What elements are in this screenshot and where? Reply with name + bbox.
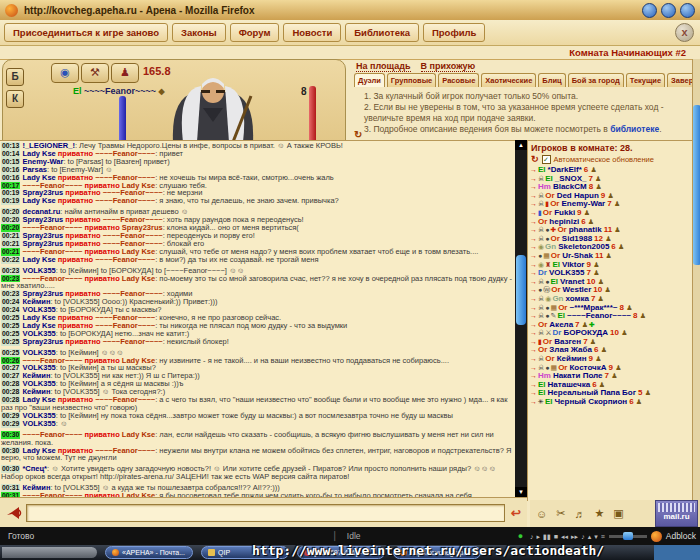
tab-Дуэли[interactable]: Дуэли [354,73,385,87]
chat-nick[interactable]: Lady Kse [22,255,55,264]
toolbar-button-2[interactable]: Форум [230,23,280,42]
chat-partner[interactable]: ~~~~Feanor~~~~ [103,337,163,346]
banner-button-1[interactable]: К [6,90,24,108]
chat-partner[interactable]: ~~~~Feanor~~~~ [95,255,155,264]
dot-dark-icon: ● [545,226,549,235]
auto-refresh-checkbox[interactable]: ✓ [542,155,551,164]
save-icon[interactable]: ▣ [613,507,623,520]
chat-input-row: ↩ [0,497,527,528]
arrow-right-icon: → [530,304,537,313]
minimize-button[interactable] [642,3,657,18]
chat-partner[interactable]: Lady Kse [122,274,155,283]
chat-nick[interactable]: VOLK355 [22,419,55,428]
next-icon[interactable]: ▸▸ [571,533,578,540]
close-button[interactable] [680,3,695,18]
slider-thumb[interactable] [623,532,633,540]
medal-icon: ◉ [538,243,544,252]
message-text: : я знаю, что ты делаешь, не знаю зачем.… [155,196,339,205]
character-name-row[interactable]: El ~~~~Feanor~~~~ ◆ [73,86,165,96]
library-link[interactable]: библиотеке [610,124,659,134]
toolbar-button-4[interactable]: Библиотека [345,23,419,42]
hammers-icon[interactable]: ⚒ [81,63,109,83]
chat-nick[interactable]: Lady Kse [22,196,55,205]
chat-partner[interactable]: ~~~~Feanor~~~~ [95,196,155,205]
volume-slider[interactable] [609,535,647,538]
refresh-icon[interactable]: ↻ [354,129,362,140]
down-icon[interactable]: ▾ [594,533,598,540]
tab-Расовые[interactable]: Расовые [438,73,479,87]
room-name: Комната Начинающих #2 [569,47,686,58]
player-row[interactable]: →☠⚔DrБОРОКУДА10 ♟ [528,329,693,338]
chat-partner[interactable]: Lady Kse [122,430,155,439]
nav-link-0[interactable]: На площадь [356,61,411,72]
note2-icon[interactable]: ♪ [581,533,585,540]
horn-icon[interactable] [6,506,22,520]
prev-icon[interactable]: ◂◂ [561,533,568,540]
scroll-down-icon[interactable]: ▼ [515,487,527,497]
statue-icon[interactable]: ♟ [111,63,139,83]
scroll-up-icon[interactable]: ▲ [515,140,527,150]
pause-icon[interactable]: ▮▮ [543,533,551,540]
adblock-label[interactable]: Adblock [666,531,696,541]
nav-link-1[interactable]: В прихожую [421,61,476,72]
stop-icon[interactable]: ■ [554,533,558,540]
timestamp: 00:29 [1,420,20,428]
refresh-icon[interactable]: ↻ [531,154,539,164]
timestamp: 00:20 [1,224,20,232]
star-icon[interactable]: ★ [594,507,604,520]
player-level: 11 [595,251,603,260]
browser-window: http://kovcheg.apeha.ru - Арена - Mozill… [0,0,700,560]
taskbar-button[interactable]: «АРЕНА» - Почта... [105,546,193,559]
firefox-icon[interactable] [651,531,662,542]
dot-dark-icon: ● [538,252,542,261]
player-row[interactable]: →✳ElЧерный Скорпион6 ♟ [528,398,693,407]
toolbar-button-0[interactable]: Присоединиться к игре заново [4,23,168,42]
status-text: Готово [8,531,34,541]
medal-icon: ◉ [545,295,551,304]
sound-mute-icon[interactable]: ♬ [574,508,585,520]
tab-Бой за город[interactable]: Бой за город [568,73,624,87]
chat-message: 00:30*Спец*: ☺ Хотите увидеть одну загад… [0,465,515,481]
character-name[interactable]: ~~~~Feanor~~~~ [84,86,156,96]
tab-Хаотические[interactable]: Хаотические [481,73,536,87]
scissors-icon[interactable]: ✂ [556,507,565,520]
player-name[interactable]: ~~~~Feanor~~~~ [567,311,631,320]
restore-button[interactable] [661,3,676,18]
up-icon[interactable]: ▴ [588,533,592,540]
playlist-icon[interactable]: ≡ [601,533,605,540]
mailru-counter[interactable]: mail.ru [655,500,698,527]
start-button[interactable] [2,547,97,558]
tab-Групповые[interactable]: Групповые [387,73,436,87]
play-icon[interactable]: ▸ [537,533,541,540]
battle-tabs: ДуэлиГрупповыеРасовыеХаотическиеБлицБой … [348,73,690,87]
note-icon[interactable]: ♪ [530,533,534,540]
banner-button-0[interactable]: Б [6,68,24,86]
player-name[interactable]: Черный Скорпион [554,397,627,406]
chat-scroll-thumb[interactable] [516,255,526,325]
eye-icon[interactable]: ◉ [51,63,79,83]
smiley-icon[interactable]: ☺ [536,508,547,520]
reply-icon[interactable]: ↩ [511,506,521,520]
timestamp: 00:28 [1,380,20,388]
sidebar-scroll-thumb[interactable] [693,105,700,265]
player-row[interactable]: →☠▮OrEnemy-War7 ♟ [528,200,693,209]
race-tag: Or [551,251,560,260]
chat-input[interactable] [26,504,505,522]
tab-Блиц[interactable]: Блиц [538,73,565,87]
tab-Текущие[interactable]: Текущие [626,73,665,87]
panel-close-icon[interactable]: x [675,23,694,42]
chat-scrollbar[interactable]: ▲ ▼ [515,140,527,497]
spider-icon: ✳ [538,398,544,407]
arrow-right-icon: → [530,286,537,295]
chat-nick[interactable]: Spray23rus [22,337,63,346]
timestamp: 00:21 [1,232,20,240]
arrow-right-icon: → [530,278,537,287]
toolbar-button-5[interactable]: Профиль [423,23,485,42]
skull-icon: ☠ [538,304,544,313]
message-text: : в мои?) да ты их не создавай. не трога… [155,255,318,264]
toolbar-button-3[interactable]: Новости [283,23,341,42]
race-tag: Gn [552,294,563,303]
sidebar-scrollbar[interactable] [692,59,700,527]
toolbar-button-1[interactable]: Законы [172,23,226,42]
window-title: http://kovcheg.apeha.ru - Арена - Mozill… [24,5,255,16]
